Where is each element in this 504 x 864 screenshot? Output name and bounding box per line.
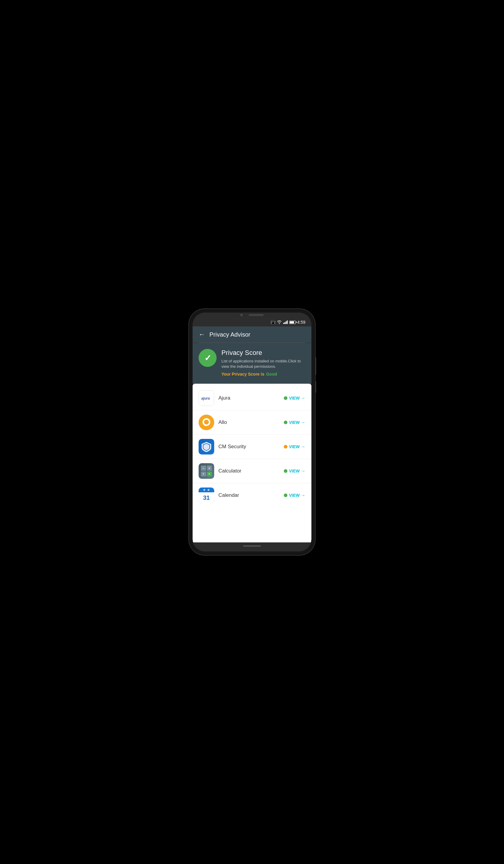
score-description: List of applications installed on mobile…	[221, 359, 305, 369]
arrow-icon: →	[301, 468, 305, 474]
phone-top-bar	[193, 313, 311, 317]
svg-text:ajura: ajura	[201, 397, 210, 401]
app-list: ajura Ajura VIEW →	[193, 384, 311, 510]
arrow-icon: →	[301, 493, 305, 498]
list-item[interactable]: − × + = Calculator VIEW →	[193, 459, 311, 483]
app-icon-allo	[199, 415, 214, 430]
privacy-score-section: ✓ Privacy Score List of applications ins…	[193, 343, 311, 384]
cm-logo	[199, 439, 214, 455]
list-item[interactable]: Allo VIEW →	[193, 410, 311, 435]
view-button-cm[interactable]: VIEW →	[289, 444, 305, 449]
app-status-ajura: VIEW →	[284, 395, 305, 401]
list-item[interactable]: 31 Calendar VIEW →	[193, 483, 311, 507]
calendar-logo: 31	[199, 488, 214, 503]
status-dot-green	[284, 469, 287, 473]
view-button-ajura[interactable]: VIEW →	[289, 395, 305, 401]
score-value: Good	[266, 372, 277, 376]
status-time: 4:59	[297, 320, 305, 325]
ajura-logo: ajura	[199, 390, 214, 406]
vibrate-icon: 📳	[271, 320, 275, 325]
status-bar: 📳 4:59	[193, 317, 311, 326]
view-button-calendar[interactable]: VIEW →	[289, 493, 305, 498]
view-button-calculator[interactable]: VIEW →	[289, 468, 305, 474]
signal-icon	[283, 320, 288, 324]
score-content: Privacy Score List of applications insta…	[221, 349, 305, 376]
svg-point-5	[208, 489, 209, 491]
speaker	[249, 314, 264, 316]
app-status-allo: VIEW →	[284, 420, 305, 425]
phone-frame: 📳 4:59 ← Priva	[189, 309, 315, 555]
app-name-cm: CM Security	[218, 444, 284, 450]
status-dot-green	[284, 396, 287, 400]
app-status-calculator: VIEW →	[284, 468, 305, 474]
status-dot-green	[284, 493, 287, 497]
phone-bottom-bar	[193, 542, 311, 551]
phone-screen: 📳 4:59 ← Priva	[193, 313, 311, 551]
app-name-allo: Allo	[218, 419, 284, 425]
app-name-ajura: Ajura	[218, 395, 284, 401]
page-title: Privacy Advisor	[209, 331, 251, 338]
calendar-header	[199, 488, 214, 492]
app-list-container: ajura Ajura VIEW →	[193, 384, 311, 542]
app-name-calculator: Calculator	[218, 468, 284, 474]
status-dot-green	[284, 421, 287, 424]
arrow-icon: →	[301, 395, 305, 401]
calendar-date: 31	[199, 492, 214, 503]
score-label-text: Your Privacy Score is	[221, 372, 264, 376]
calculator-logo: − × + =	[199, 463, 214, 479]
svg-point-2	[204, 420, 209, 424]
app-header: ← Privacy Advisor	[193, 326, 311, 343]
app-icon-calendar: 31	[199, 488, 214, 503]
app-status-cm: VIEW →	[284, 444, 305, 449]
arrow-icon: →	[301, 444, 305, 449]
score-icon: ✓	[199, 349, 217, 367]
score-title: Privacy Score	[221, 349, 305, 357]
list-item[interactable]: ajura Ajura VIEW →	[193, 386, 311, 410]
back-button[interactable]: ←	[199, 331, 205, 338]
arrow-icon: →	[301, 420, 305, 425]
app-icon-ajura: ajura	[199, 390, 214, 406]
view-button-allo[interactable]: VIEW →	[289, 420, 305, 425]
allo-logo	[199, 415, 214, 430]
list-item[interactable]: CM Security VIEW →	[193, 435, 311, 459]
battery-icon	[289, 321, 296, 324]
app-status-calendar: VIEW →	[284, 493, 305, 498]
home-indicator	[243, 545, 261, 547]
app-name-calendar: Calendar	[218, 492, 284, 498]
app-icon-cm	[199, 439, 214, 455]
score-label-row: Your Privacy Score is Good	[221, 372, 305, 376]
check-icon: ✓	[204, 353, 211, 363]
svg-point-4	[203, 489, 205, 491]
status-icons: 📳 4:59	[271, 320, 305, 325]
status-dot-orange	[284, 445, 287, 448]
wifi-icon	[277, 320, 282, 324]
camera	[240, 314, 243, 316]
app-icon-calculator: − × + =	[199, 463, 214, 479]
